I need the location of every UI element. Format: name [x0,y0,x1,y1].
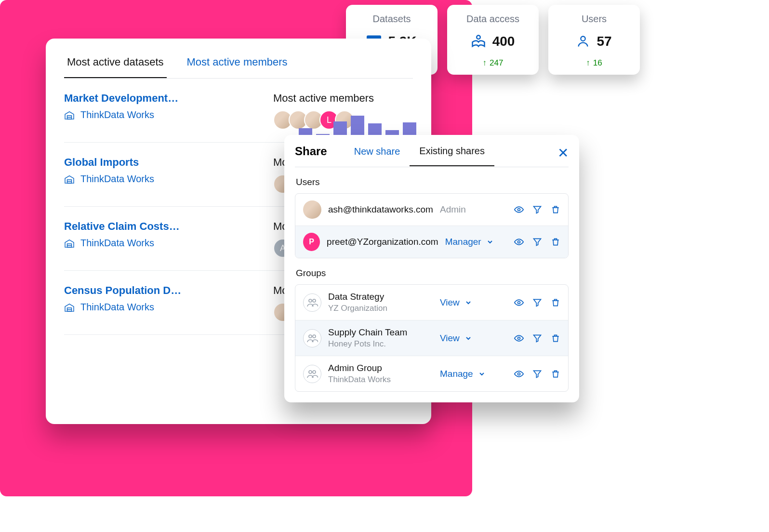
chevron-down-icon [478,370,486,378]
open-book-user-icon [471,35,486,48]
group-name: Admin Group [328,363,433,373]
stat-value: 57 [597,34,611,49]
group-name: Data Strategy [328,292,433,302]
role-label: Admin [440,204,507,215]
close-icon[interactable]: ✕ [557,145,569,167]
user-email: preet@YZorganization.com [327,237,438,247]
filter-icon[interactable] [532,298,542,307]
warehouse-icon [64,239,75,248]
group-org: YZ Organization [328,304,433,313]
filter-icon[interactable] [532,333,542,343]
chevron-down-icon [464,299,472,306]
svg-point-3 [477,36,480,40]
stat-value: 400 [492,34,515,49]
svg-point-16 [518,337,520,339]
share-user-row: P preet@YZorganization.com Manager [295,226,568,258]
share-modal: Share New share Existing shares ✕ Users … [284,135,579,402]
eye-icon[interactable] [514,369,524,379]
svg-point-9 [518,209,520,211]
role-dropdown[interactable]: View [440,333,507,344]
warehouse-icon [64,175,75,184]
delta-up: ↑ 247 [483,58,504,68]
dataset-org[interactable]: ThinkData Works [64,109,261,120]
share-header: Share New share Existing shares ✕ [295,145,569,167]
svg-point-17 [309,371,312,373]
share-groups-list: Data Strategy YZ Organization View Suppl… [295,284,569,392]
dataset-org-name: ThinkData Works [80,173,154,185]
dataset-org[interactable]: ThinkData Works [64,173,261,185]
dataset-title-link[interactable]: Census Population D… [64,284,261,297]
svg-point-19 [518,372,520,375]
group-icon [303,329,321,347]
filter-icon[interactable] [532,237,542,247]
dataset-title-link[interactable]: Relative Claim Costs… [64,220,261,233]
chevron-down-icon [464,334,472,342]
row-actions [514,369,560,379]
warehouse-icon [64,303,75,312]
role-dropdown[interactable]: Manager [445,237,507,247]
stat-card-users: Users 57 ↑ 16 [548,5,640,75]
role-dropdown[interactable]: Manage [440,369,507,379]
trash-icon[interactable] [551,237,560,247]
share-group-row: Supply Chain Team Honey Pots Inc. View [295,320,568,356]
svg-point-18 [313,371,316,373]
dataset-org[interactable]: ThinkData Works [64,238,261,249]
svg-point-12 [313,299,316,302]
svg-point-15 [313,335,316,338]
dataset-org[interactable]: ThinkData Works [64,302,261,313]
dataset-title-link[interactable]: Global Imports [64,156,261,169]
svg-point-11 [309,299,312,302]
stat-title: Data access [457,13,529,25]
group-org: ThinkData Works [328,375,433,385]
group-icon [303,365,321,383]
svg-point-4 [581,37,585,41]
trash-icon[interactable] [551,333,560,343]
tab-most-active-datasets[interactable]: Most active datasets [64,56,167,78]
row-actions [514,205,560,214]
svg-point-14 [309,335,312,338]
avatar: P [303,233,320,251]
group-name: Supply Chain Team [328,327,433,338]
filter-icon[interactable] [532,369,542,379]
trash-icon[interactable] [551,369,560,379]
eye-icon[interactable] [514,205,524,214]
stat-title: Datasets [356,13,428,25]
dataset-org-name: ThinkData Works [80,238,154,249]
row-actions [514,333,560,343]
tab-existing-shares[interactable]: Existing shares [410,146,494,166]
warehouse-icon [64,111,75,120]
eye-icon[interactable] [514,298,524,307]
delta-up-value: 16 [593,58,602,68]
svg-point-10 [518,241,520,243]
share-users-list: ash@thinkdataworks.com Admin P preet@YZo… [295,193,569,258]
tab-most-active-members[interactable]: Most active members [184,56,291,78]
share-group-row: Data Strategy YZ Organization View [295,285,568,320]
avatar [303,200,321,219]
group-org: Honey Pots Inc. [328,339,433,349]
share-title: Share [295,145,345,167]
dataset-org-name: ThinkData Works [80,302,154,313]
eye-icon[interactable] [514,333,524,343]
share-user-row: ash@thinkdataworks.com Admin [295,194,568,226]
row-actions [514,298,560,307]
delta-up-value: 247 [490,58,503,68]
group-icon [303,293,321,312]
most-active-members-label: Most active members [273,92,413,105]
stat-title: Users [558,13,630,25]
arrow-up-icon: ↑ [483,58,487,68]
tab-new-share[interactable]: New share [345,146,410,166]
user-icon [576,35,590,48]
svg-point-13 [518,301,520,304]
trash-icon[interactable] [551,205,560,214]
trash-icon[interactable] [551,298,560,307]
row-actions [514,237,560,247]
panel-tabs: Most active datasets Most active members [64,56,413,79]
eye-icon[interactable] [514,237,524,247]
user-email: ash@thinkdataworks.com [328,204,433,215]
stat-card-data-access: Data access 400 ↑ 247 [447,5,539,75]
filter-icon[interactable] [532,205,542,214]
users-section-label: Users [296,177,569,187]
dataset-org-name: ThinkData Works [80,109,154,120]
dataset-title-link[interactable]: Market Development… [64,92,261,105]
role-dropdown[interactable]: View [440,297,507,308]
